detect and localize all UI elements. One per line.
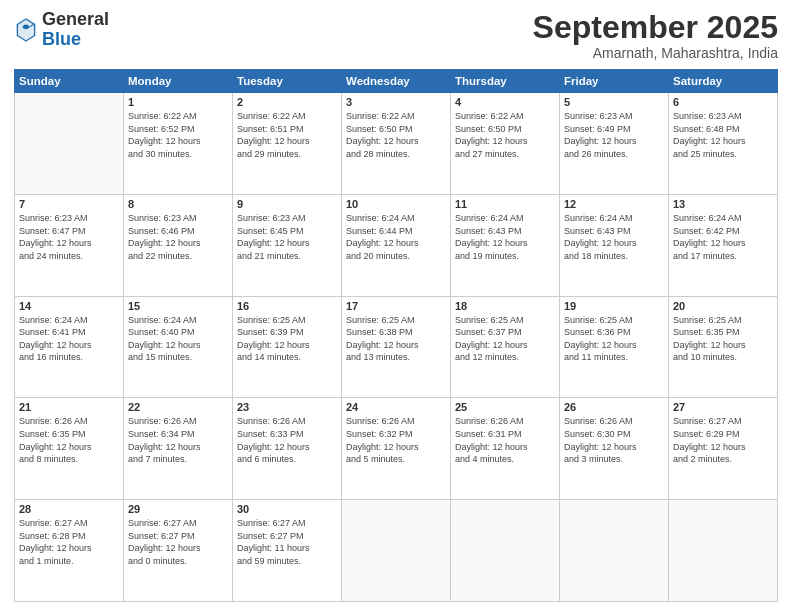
calendar-cell-1-2: 9Sunrise: 6:23 AM Sunset: 6:45 PM Daylig… [233, 194, 342, 296]
header-thursday: Thursday [451, 70, 560, 93]
calendar-cell-0-6: 6Sunrise: 6:23 AM Sunset: 6:48 PM Daylig… [669, 93, 778, 195]
day-info-27: Sunrise: 6:27 AM Sunset: 6:29 PM Dayligh… [673, 415, 773, 465]
day-number-14: 14 [19, 300, 119, 312]
calendar-cell-1-0: 7Sunrise: 6:23 AM Sunset: 6:47 PM Daylig… [15, 194, 124, 296]
calendar-cell-2-3: 17Sunrise: 6:25 AM Sunset: 6:38 PM Dayli… [342, 296, 451, 398]
calendar-cell-1-3: 10Sunrise: 6:24 AM Sunset: 6:44 PM Dayli… [342, 194, 451, 296]
day-number-7: 7 [19, 198, 119, 210]
day-info-8: Sunrise: 6:23 AM Sunset: 6:46 PM Dayligh… [128, 212, 228, 262]
day-number-10: 10 [346, 198, 446, 210]
calendar-cell-0-2: 2Sunrise: 6:22 AM Sunset: 6:51 PM Daylig… [233, 93, 342, 195]
calendar-cell-2-1: 15Sunrise: 6:24 AM Sunset: 6:40 PM Dayli… [124, 296, 233, 398]
day-number-27: 27 [673, 401, 773, 413]
calendar-cell-4-3 [342, 500, 451, 602]
calendar-cell-0-3: 3Sunrise: 6:22 AM Sunset: 6:50 PM Daylig… [342, 93, 451, 195]
calendar-cell-0-4: 4Sunrise: 6:22 AM Sunset: 6:50 PM Daylig… [451, 93, 560, 195]
calendar-cell-3-4: 25Sunrise: 6:26 AM Sunset: 6:31 PM Dayli… [451, 398, 560, 500]
day-number-9: 9 [237, 198, 337, 210]
day-info-6: Sunrise: 6:23 AM Sunset: 6:48 PM Dayligh… [673, 110, 773, 160]
day-number-19: 19 [564, 300, 664, 312]
calendar-cell-0-0 [15, 93, 124, 195]
calendar-header: Sunday Monday Tuesday Wednesday Thursday… [15, 70, 778, 93]
day-info-17: Sunrise: 6:25 AM Sunset: 6:38 PM Dayligh… [346, 314, 446, 364]
day-info-4: Sunrise: 6:22 AM Sunset: 6:50 PM Dayligh… [455, 110, 555, 160]
day-info-28: Sunrise: 6:27 AM Sunset: 6:28 PM Dayligh… [19, 517, 119, 567]
logo-general-text: General [42, 9, 109, 29]
day-info-15: Sunrise: 6:24 AM Sunset: 6:40 PM Dayligh… [128, 314, 228, 364]
day-info-1: Sunrise: 6:22 AM Sunset: 6:52 PM Dayligh… [128, 110, 228, 160]
day-number-8: 8 [128, 198, 228, 210]
day-number-4: 4 [455, 96, 555, 108]
calendar-cell-3-0: 21Sunrise: 6:26 AM Sunset: 6:35 PM Dayli… [15, 398, 124, 500]
day-info-29: Sunrise: 6:27 AM Sunset: 6:27 PM Dayligh… [128, 517, 228, 567]
day-info-16: Sunrise: 6:25 AM Sunset: 6:39 PM Dayligh… [237, 314, 337, 364]
day-number-22: 22 [128, 401, 228, 413]
week-row-5: 28Sunrise: 6:27 AM Sunset: 6:28 PM Dayli… [15, 500, 778, 602]
day-info-23: Sunrise: 6:26 AM Sunset: 6:33 PM Dayligh… [237, 415, 337, 465]
day-info-11: Sunrise: 6:24 AM Sunset: 6:43 PM Dayligh… [455, 212, 555, 262]
day-number-29: 29 [128, 503, 228, 515]
svg-marker-0 [16, 17, 36, 42]
calendar-cell-4-0: 28Sunrise: 6:27 AM Sunset: 6:28 PM Dayli… [15, 500, 124, 602]
day-number-13: 13 [673, 198, 773, 210]
calendar-cell-3-6: 27Sunrise: 6:27 AM Sunset: 6:29 PM Dayli… [669, 398, 778, 500]
day-info-14: Sunrise: 6:24 AM Sunset: 6:41 PM Dayligh… [19, 314, 119, 364]
day-number-15: 15 [128, 300, 228, 312]
calendar-cell-3-2: 23Sunrise: 6:26 AM Sunset: 6:33 PM Dayli… [233, 398, 342, 500]
calendar-table: Sunday Monday Tuesday Wednesday Thursday… [14, 69, 778, 602]
day-info-10: Sunrise: 6:24 AM Sunset: 6:44 PM Dayligh… [346, 212, 446, 262]
day-number-28: 28 [19, 503, 119, 515]
day-number-17: 17 [346, 300, 446, 312]
calendar-cell-4-6 [669, 500, 778, 602]
day-number-21: 21 [19, 401, 119, 413]
logo-icon [14, 16, 38, 44]
title-block: September 2025 Amarnath, Maharashtra, In… [533, 10, 778, 61]
day-number-30: 30 [237, 503, 337, 515]
day-number-6: 6 [673, 96, 773, 108]
day-info-25: Sunrise: 6:26 AM Sunset: 6:31 PM Dayligh… [455, 415, 555, 465]
month-title: September 2025 [533, 10, 778, 45]
day-number-26: 26 [564, 401, 664, 413]
calendar-cell-0-5: 5Sunrise: 6:23 AM Sunset: 6:49 PM Daylig… [560, 93, 669, 195]
day-number-1: 1 [128, 96, 228, 108]
day-info-22: Sunrise: 6:26 AM Sunset: 6:34 PM Dayligh… [128, 415, 228, 465]
calendar-cell-2-6: 20Sunrise: 6:25 AM Sunset: 6:35 PM Dayli… [669, 296, 778, 398]
day-info-5: Sunrise: 6:23 AM Sunset: 6:49 PM Dayligh… [564, 110, 664, 160]
day-info-30: Sunrise: 6:27 AM Sunset: 6:27 PM Dayligh… [237, 517, 337, 567]
day-number-23: 23 [237, 401, 337, 413]
week-row-3: 14Sunrise: 6:24 AM Sunset: 6:41 PM Dayli… [15, 296, 778, 398]
header-tuesday: Tuesday [233, 70, 342, 93]
calendar-cell-4-4 [451, 500, 560, 602]
day-info-26: Sunrise: 6:26 AM Sunset: 6:30 PM Dayligh… [564, 415, 664, 465]
week-row-2: 7Sunrise: 6:23 AM Sunset: 6:47 PM Daylig… [15, 194, 778, 296]
header-saturday: Saturday [669, 70, 778, 93]
day-info-12: Sunrise: 6:24 AM Sunset: 6:43 PM Dayligh… [564, 212, 664, 262]
day-info-9: Sunrise: 6:23 AM Sunset: 6:45 PM Dayligh… [237, 212, 337, 262]
calendar-cell-4-1: 29Sunrise: 6:27 AM Sunset: 6:27 PM Dayli… [124, 500, 233, 602]
day-number-25: 25 [455, 401, 555, 413]
day-number-16: 16 [237, 300, 337, 312]
day-number-18: 18 [455, 300, 555, 312]
calendar-cell-1-5: 12Sunrise: 6:24 AM Sunset: 6:43 PM Dayli… [560, 194, 669, 296]
calendar-cell-0-1: 1Sunrise: 6:22 AM Sunset: 6:52 PM Daylig… [124, 93, 233, 195]
calendar-cell-3-1: 22Sunrise: 6:26 AM Sunset: 6:34 PM Dayli… [124, 398, 233, 500]
calendar-cell-2-5: 19Sunrise: 6:25 AM Sunset: 6:36 PM Dayli… [560, 296, 669, 398]
day-info-19: Sunrise: 6:25 AM Sunset: 6:36 PM Dayligh… [564, 314, 664, 364]
day-info-13: Sunrise: 6:24 AM Sunset: 6:42 PM Dayligh… [673, 212, 773, 262]
week-row-1: 1Sunrise: 6:22 AM Sunset: 6:52 PM Daylig… [15, 93, 778, 195]
header-friday: Friday [560, 70, 669, 93]
day-number-12: 12 [564, 198, 664, 210]
day-info-24: Sunrise: 6:26 AM Sunset: 6:32 PM Dayligh… [346, 415, 446, 465]
header: General Blue September 2025 Amarnath, Ma… [14, 10, 778, 61]
day-number-24: 24 [346, 401, 446, 413]
day-number-5: 5 [564, 96, 664, 108]
location-subtitle: Amarnath, Maharashtra, India [533, 45, 778, 61]
header-sunday: Sunday [15, 70, 124, 93]
day-number-11: 11 [455, 198, 555, 210]
calendar-cell-2-4: 18Sunrise: 6:25 AM Sunset: 6:37 PM Dayli… [451, 296, 560, 398]
day-number-3: 3 [346, 96, 446, 108]
calendar-cell-1-4: 11Sunrise: 6:24 AM Sunset: 6:43 PM Dayli… [451, 194, 560, 296]
day-info-2: Sunrise: 6:22 AM Sunset: 6:51 PM Dayligh… [237, 110, 337, 160]
calendar-cell-1-1: 8Sunrise: 6:23 AM Sunset: 6:46 PM Daylig… [124, 194, 233, 296]
calendar-cell-2-0: 14Sunrise: 6:24 AM Sunset: 6:41 PM Dayli… [15, 296, 124, 398]
